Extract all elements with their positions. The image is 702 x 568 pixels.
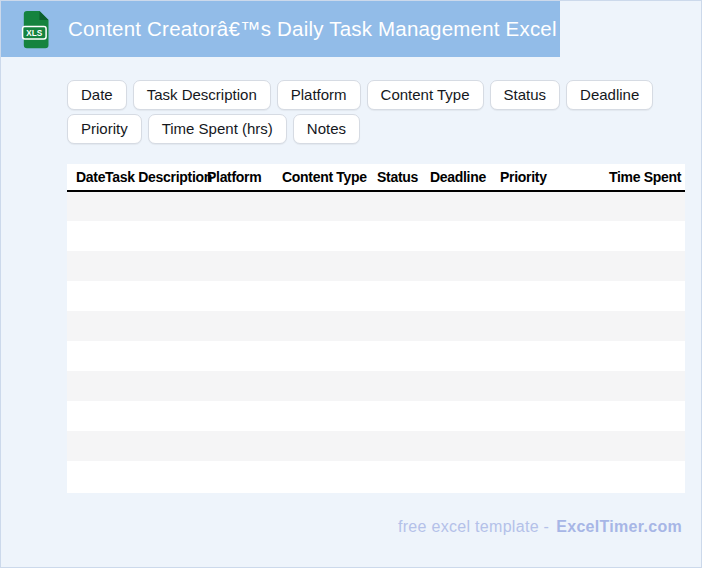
column-header-deadline: Deadline — [430, 164, 500, 191]
template-preview-page: XLS Content Creatorâ€™s Daily Task Manag… — [0, 0, 702, 568]
empty-cell — [105, 251, 207, 281]
table-row — [67, 371, 685, 401]
empty-cell — [105, 281, 207, 311]
empty-cell — [609, 371, 685, 401]
empty-cell — [67, 281, 105, 311]
empty-cell — [207, 371, 282, 401]
empty-cell — [500, 251, 609, 281]
empty-cell — [207, 341, 282, 371]
empty-cell — [430, 341, 500, 371]
column-header-time-spent-hrs: Time Spent (hrs) — [609, 164, 685, 191]
empty-cell — [207, 221, 282, 251]
table-row — [67, 251, 685, 281]
empty-cell — [282, 191, 377, 221]
column-header-status: Status — [377, 164, 430, 191]
empty-cell — [282, 461, 377, 491]
table-row — [67, 191, 685, 221]
empty-cell — [67, 311, 105, 341]
empty-cell — [500, 401, 609, 431]
empty-cell — [282, 221, 377, 251]
chip-status[interactable]: Status — [490, 80, 561, 110]
empty-cell — [67, 401, 105, 431]
column-header-content-type: Content Type — [282, 164, 377, 191]
empty-cell — [609, 251, 685, 281]
empty-cell — [282, 431, 377, 461]
footer-text: free excel template - — [398, 518, 549, 535]
task-table-card: DateTask DescriptionPlatformContent Type… — [67, 164, 685, 493]
table-header-row: DateTask DescriptionPlatformContent Type… — [67, 164, 685, 191]
empty-cell — [282, 281, 377, 311]
empty-cell — [430, 221, 500, 251]
field-chip-list: DateTask DescriptionPlatformContent Type… — [67, 80, 691, 144]
chip-time-spent-hrs[interactable]: Time Spent (hrs) — [148, 114, 287, 144]
empty-cell — [430, 281, 500, 311]
chip-notes[interactable]: Notes — [293, 114, 360, 144]
header-bar: XLS Content Creatorâ€™s Daily Task Manag… — [1, 1, 560, 57]
empty-cell — [67, 371, 105, 401]
empty-cell — [500, 461, 609, 491]
empty-cell — [282, 311, 377, 341]
empty-cell — [609, 281, 685, 311]
xls-file-icon: XLS — [20, 10, 51, 49]
footer-brand-link[interactable]: ExcelTimer.com — [556, 518, 682, 535]
empty-cell — [105, 401, 207, 431]
empty-cell — [282, 341, 377, 371]
empty-cell — [67, 191, 105, 221]
empty-cell — [500, 191, 609, 221]
empty-cell — [609, 461, 685, 491]
empty-cell — [430, 371, 500, 401]
page-title: Content Creatorâ€™s Daily Task Managemen… — [68, 17, 557, 41]
chip-priority[interactable]: Priority — [67, 114, 142, 144]
empty-cell — [207, 401, 282, 431]
empty-cell — [430, 401, 500, 431]
column-header-platform: Platform — [207, 164, 282, 191]
empty-cell — [377, 251, 430, 281]
empty-cell — [207, 461, 282, 491]
empty-cell — [105, 311, 207, 341]
chip-task-description[interactable]: Task Description — [133, 80, 271, 110]
empty-cell — [207, 311, 282, 341]
xls-icon-label: XLS — [26, 29, 42, 38]
empty-cell — [377, 431, 430, 461]
table-row — [67, 431, 685, 461]
empty-cell — [105, 431, 207, 461]
empty-cell — [207, 431, 282, 461]
empty-cell — [282, 401, 377, 431]
empty-cell — [67, 461, 105, 491]
empty-cell — [377, 461, 430, 491]
empty-cell — [500, 221, 609, 251]
empty-cell — [430, 191, 500, 221]
column-header-task-description: Task Description — [105, 164, 207, 191]
empty-cell — [207, 251, 282, 281]
empty-cell — [207, 191, 282, 221]
chip-date[interactable]: Date — [67, 80, 127, 110]
empty-cell — [67, 221, 105, 251]
empty-cell — [430, 251, 500, 281]
table-row — [67, 281, 685, 311]
task-table: DateTask DescriptionPlatformContent Type… — [67, 164, 685, 491]
empty-cell — [377, 221, 430, 251]
empty-cell — [282, 251, 377, 281]
empty-cell — [207, 281, 282, 311]
empty-cell — [609, 221, 685, 251]
empty-cell — [282, 371, 377, 401]
empty-cell — [67, 341, 105, 371]
table-row — [67, 311, 685, 341]
empty-cell — [500, 311, 609, 341]
empty-cell — [500, 281, 609, 311]
empty-cell — [105, 221, 207, 251]
empty-cell — [377, 191, 430, 221]
empty-cell — [377, 281, 430, 311]
table-row — [67, 341, 685, 371]
empty-cell — [609, 401, 685, 431]
empty-cell — [609, 191, 685, 221]
chip-platform[interactable]: Platform — [277, 80, 361, 110]
empty-cell — [105, 461, 207, 491]
empty-cell — [500, 341, 609, 371]
empty-cell — [67, 431, 105, 461]
table-row — [67, 461, 685, 491]
empty-cell — [430, 431, 500, 461]
chip-deadline[interactable]: Deadline — [566, 80, 653, 110]
chip-content-type[interactable]: Content Type — [367, 80, 484, 110]
empty-cell — [377, 401, 430, 431]
